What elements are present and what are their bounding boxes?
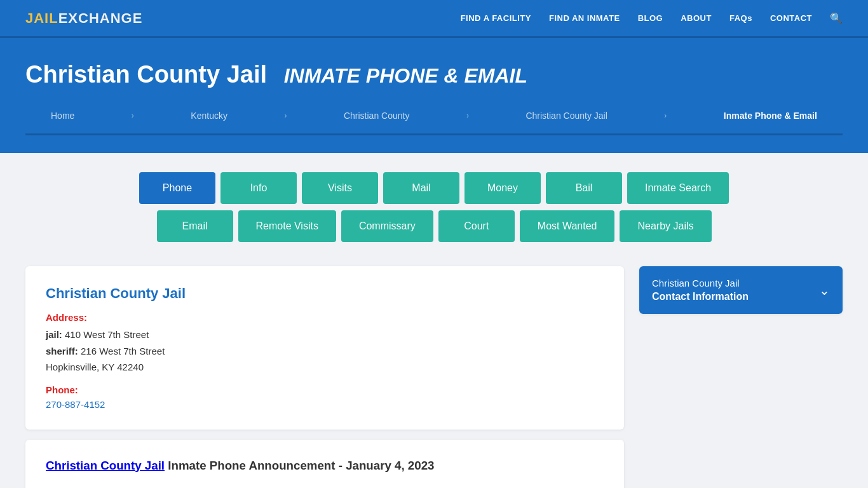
page-title: Christian County Jail INMATE PHONE & EMA… (25, 61, 843, 88)
tab-commissary[interactable]: Commissary (341, 210, 433, 242)
nav-faqs[interactable]: FAQs (729, 13, 752, 23)
tab-info[interactable]: Info (220, 172, 297, 204)
tab-visits[interactable]: Visits (302, 172, 378, 204)
sidebar-contact-card: Christian County Jail Contact Informatio… (639, 266, 843, 314)
announcement-card: Christian County Jail Inmate Phone Annou… (25, 440, 624, 489)
nav-about[interactable]: ABOUT (681, 13, 712, 23)
nav-links: FIND A FACILITY FIND AN INMATE BLOG ABOU… (461, 12, 843, 24)
address-label: Address: (46, 312, 604, 323)
site-logo[interactable]: JAILEXCHANGE (25, 10, 142, 27)
sidebar-title-line1: Christian County Jail (652, 276, 749, 290)
chevron-down-icon: ⌄ (819, 283, 830, 298)
search-icon[interactable]: 🔍 (830, 12, 843, 24)
jail-info-title: Christian County Jail (46, 285, 604, 302)
sidebar-header-text: Christian County Jail Contact Informatio… (652, 276, 749, 304)
tab-mail[interactable]: Mail (383, 172, 459, 204)
announcement-text: Inmate Phone Announcement - January 4, 2… (168, 459, 434, 472)
breadcrumb-sep-3: › (466, 111, 469, 120)
tab-money[interactable]: Money (465, 172, 541, 204)
main-content: Christian County Jail Address: jail: 410… (0, 248, 868, 488)
breadcrumb-sep: › (132, 111, 134, 120)
address-line-3: Hopkinsville, KY 42240 (46, 359, 604, 376)
phone-number[interactable]: 270-887-4152 (46, 399, 105, 410)
left-column: Christian County Jail Address: jail: 410… (25, 266, 624, 488)
tab-court[interactable]: Court (438, 210, 515, 242)
tab-bail[interactable]: Bail (546, 172, 622, 204)
tab-most-wanted[interactable]: Most Wanted (520, 210, 615, 242)
tab-inmate-search[interactable]: Inmate Search (627, 172, 729, 204)
announcement-title: Christian County Jail Inmate Phone Annou… (46, 459, 604, 473)
address-line-1: jail: 410 West 7th Street (46, 327, 604, 343)
address-line-2: sheriff: 216 West 7th Street (46, 343, 604, 360)
sidebar-title-line2: Contact Information (652, 290, 749, 304)
tab-nearby-jails[interactable]: Nearby Jails (620, 210, 711, 242)
breadcrumb-jail[interactable]: Christian County Jail (526, 111, 607, 121)
sidebar: Christian County Jail Contact Informatio… (639, 266, 843, 488)
breadcrumb-home[interactable]: Home (51, 111, 74, 121)
nav-find-inmate[interactable]: FIND AN INMATE (549, 13, 620, 23)
breadcrumb-kentucky[interactable]: Kentucky (191, 111, 227, 121)
logo-jail: JAIL (25, 10, 58, 26)
tab-email[interactable]: Email (157, 210, 233, 242)
nav-contact[interactable]: CONTACT (770, 13, 812, 23)
tabs-section: Phone Info Visits Mail Money Bail Inmate… (0, 153, 868, 248)
jail-info-card: Christian County Jail Address: jail: 410… (25, 266, 624, 430)
breadcrumb-current: Inmate Phone & Email (724, 111, 817, 121)
phone-label: Phone: (46, 384, 604, 395)
breadcrumb-christian-county[interactable]: Christian County (344, 111, 410, 121)
page-title-main: Christian County Jail (25, 61, 267, 88)
address-lines: jail: 410 West 7th Street sheriff: 216 W… (46, 327, 604, 376)
hero-section: Christian County Jail INMATE PHONE & EMA… (0, 38, 868, 153)
breadcrumb-sep-2: › (284, 111, 287, 120)
breadcrumb: Home › Kentucky › Christian County › Chr… (25, 97, 843, 135)
logo-exchange: EXCHANGE (58, 10, 143, 26)
tab-remote-visits[interactable]: Remote Visits (238, 210, 336, 242)
page-title-italic: INMATE PHONE & EMAIL (284, 64, 527, 87)
tab-phone[interactable]: Phone (139, 172, 215, 204)
sidebar-header[interactable]: Christian County Jail Contact Informatio… (639, 266, 843, 314)
announcement-jail-link[interactable]: Christian County Jail (46, 459, 165, 472)
tabs-row-2: Email Remote Visits Commissary Court Mos… (157, 210, 712, 242)
nav-find-facility[interactable]: FIND A FACILITY (461, 13, 531, 23)
breadcrumb-sep-4: › (664, 111, 667, 120)
tabs-row-1: Phone Info Visits Mail Money Bail Inmate… (139, 172, 729, 204)
nav-blog[interactable]: BLOG (638, 13, 663, 23)
